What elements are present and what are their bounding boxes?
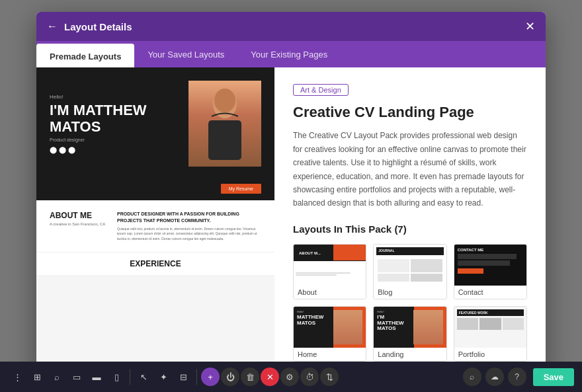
about-title: ABOUT ME (50, 211, 109, 220)
modal-title: Layout Details (64, 21, 132, 32)
hero-hello: Hello! (50, 94, 182, 100)
modal-tabs: Premade Layouts Your Saved Layouts Your … (36, 41, 546, 67)
table-grid-icon[interactable]: ⊟ (174, 368, 192, 386)
hero-photo-box (188, 81, 261, 167)
preview-site: Hello! I'M MATTHEW MATOS Product designe… (36, 67, 274, 275)
thumb-img-landing: Hello! I'M MATTHEWMATOS (374, 307, 446, 348)
cloud-icon[interactable]: ☁ (485, 368, 504, 386)
hero-name: I'M MATTHEW MATOS (50, 102, 182, 134)
thumb-img-home: Hello! MATTHEWMATOS (294, 307, 366, 348)
svg-rect-1 (208, 120, 241, 160)
hero-photo (188, 81, 261, 167)
thumb-img-portfolio: FEATURED WORK (454, 307, 526, 348)
about-right: PRODUCT DESIGNER WITH A PASSION FOR BUIL… (117, 211, 261, 241)
layout-label-about: About (294, 286, 366, 299)
about-left: ABOUT ME A creative in San Francisco, CA (50, 211, 109, 241)
toolbar-sep-1 (130, 369, 130, 385)
layout-label-contact: Contact (454, 286, 526, 299)
layout-label-portfolio: Portfolio (454, 348, 526, 361)
settings-icon[interactable]: ⚙ (280, 368, 299, 386)
modal-body: Hello! I'M MATTHEW MATOS Product designe… (36, 67, 546, 379)
layout-thumb-portfolio[interactable]: FEATURED WORK Portfolio (454, 306, 527, 362)
close-button[interactable]: ✕ (525, 20, 535, 32)
preview-panel: Hello! I'M MATTHEW MATOS Product designe… (36, 67, 274, 379)
thumb-img-about: ABOUT M... (294, 245, 366, 286)
category-badge: Art & Design (293, 84, 349, 96)
magic-icon[interactable]: ✦ (154, 368, 173, 386)
save-button[interactable]: Save (533, 368, 574, 386)
dots-menu-icon[interactable]: ⋮ (8, 368, 26, 386)
layout-details-modal: ← Layout Details ✕ Premade Layouts Your … (36, 12, 546, 379)
layout-thumb-blog[interactable]: JOURNAL Blog (373, 244, 446, 299)
tab-premade[interactable]: Premade Layouts (36, 44, 134, 67)
about-body: Quisque velit nisi, pretium ut lacinia i… (117, 227, 261, 242)
close-icon[interactable]: ✕ (261, 368, 279, 386)
modal-header-left: ← Layout Details (47, 20, 132, 32)
tablet-icon[interactable]: ▬ (87, 368, 106, 386)
tab-existing[interactable]: Your Existing Pages (237, 41, 341, 67)
back-icon[interactable]: ← (47, 20, 58, 32)
hero-social: ⬤ ⬤ ⬤ (50, 146, 182, 153)
layout-label-blog: Blog (374, 286, 446, 299)
grid-icon[interactable]: ⊞ (28, 368, 46, 386)
layout-thumb-contact[interactable]: CONTACT ME Contact (454, 244, 527, 299)
filter-icon[interactable]: ⇅ (320, 368, 339, 386)
layouts-grid: ABOUT M... About JOURNAL (293, 244, 527, 379)
layout-thumb-about[interactable]: ABOUT M... About (293, 244, 366, 299)
thumb-img-contact: CONTACT ME (454, 245, 526, 286)
thumb-img-blog: JOURNAL (374, 245, 446, 286)
svg-point-3 (214, 89, 235, 112)
about-section: ABOUT ME A creative in San Francisco, CA… (36, 200, 274, 252)
layout-label-home: Home (294, 348, 366, 361)
experience-section: EXPERIENCE (36, 252, 274, 275)
experience-title: EXPERIENCE (50, 259, 261, 268)
hero-text: Hello! I'M MATTHEW MATOS Product designe… (50, 94, 182, 153)
about-sub: A creative in San Francisco, CA (50, 222, 109, 226)
resume-area: My Resume (36, 180, 274, 200)
monitor-icon[interactable]: ▭ (67, 368, 86, 386)
phone-icon[interactable]: ▯ (107, 368, 126, 386)
add-button[interactable]: + (201, 368, 220, 386)
search-right-icon[interactable]: ⌕ (463, 368, 481, 386)
pack-title: Creative CV Landing Page (293, 104, 527, 121)
bottom-toolbar: ⋮ ⊞ ⌕ ▭ ▬ ▯ ↖ ✦ ⊟ + ⏻ 🗑 ✕ ⚙ ⏱ ⇅ ⌕ ☁ ? Sa… (0, 362, 582, 392)
toolbar-cursor-group: ↖ ✦ ⊟ (134, 368, 192, 386)
modal-header: ← Layout Details ✕ (36, 12, 546, 41)
about-headline: PRODUCT DESIGNER WITH A PASSION FOR BUIL… (117, 211, 261, 224)
preview-scroll[interactable]: Hello! I'M MATTHEW MATOS Product designe… (36, 67, 274, 379)
layout-label-landing: Landing (374, 348, 446, 361)
search-icon[interactable]: ⌕ (48, 368, 66, 386)
layout-thumb-landing[interactable]: Hello! I'M MATTHEWMATOS Landing (373, 306, 446, 362)
power-icon[interactable]: ⏻ (221, 368, 239, 386)
toolbar-sep-2 (196, 369, 197, 385)
toolbar-right-group: ⌕ ☁ ? Save (463, 368, 574, 386)
info-panel: Art & Design Creative CV Landing Page Th… (274, 67, 546, 379)
pack-description: The Creative CV Layout Pack provides pro… (293, 129, 527, 210)
clock-icon[interactable]: ⏱ (300, 368, 319, 386)
hero-section: Hello! I'M MATTHEW MATOS Product designe… (36, 67, 274, 180)
resume-button[interactable]: My Resume (221, 184, 261, 194)
help-icon[interactable]: ? (508, 368, 526, 386)
toolbar-left-group: ⋮ ⊞ ⌕ ▭ ▬ ▯ (8, 368, 126, 386)
layout-thumb-home[interactable]: Hello! MATTHEWMATOS Home (293, 306, 366, 362)
cursor-icon[interactable]: ↖ (134, 368, 153, 386)
trash-icon[interactable]: 🗑 (241, 368, 259, 386)
layouts-heading: Layouts In This Pack (7) (293, 223, 527, 235)
toolbar-action-group: + ⏻ 🗑 ✕ ⚙ ⏱ ⇅ (201, 368, 339, 386)
tab-saved[interactable]: Your Saved Layouts (134, 41, 237, 67)
hero-subtitle: Product designer (50, 137, 182, 142)
